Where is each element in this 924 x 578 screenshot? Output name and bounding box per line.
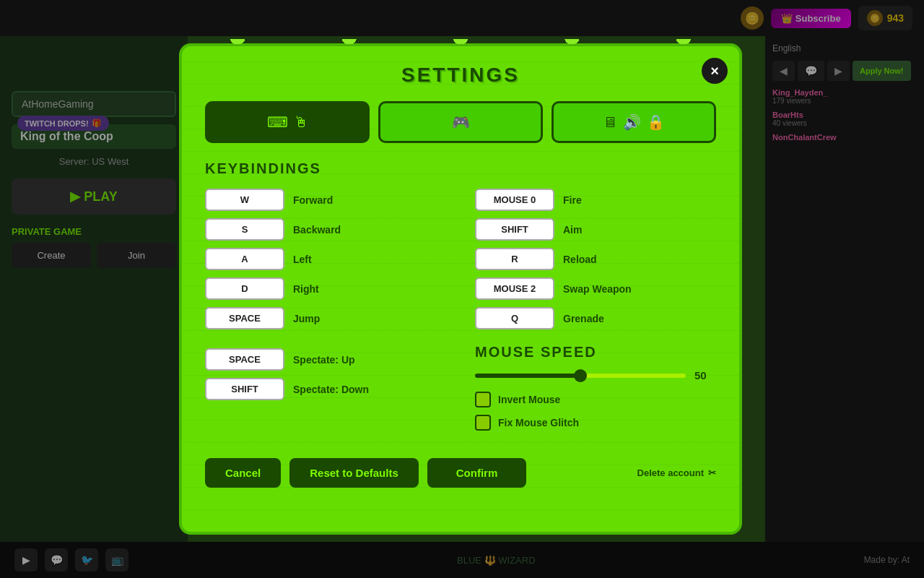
key-w[interactable]: W	[205, 189, 284, 211]
key-d[interactable]: D	[205, 277, 284, 300]
close-button[interactable]: ×	[702, 58, 728, 84]
action-fire: Fire	[563, 194, 582, 206]
binding-mouse0: MOUSE 0 Fire	[475, 189, 716, 211]
cancel-button[interactable]: Cancel	[205, 458, 281, 488]
mouse-speed-title: MOUSE SPEED	[475, 344, 716, 361]
action-jump: Jump	[293, 313, 320, 324]
right-bindings-col: MOUSE 0 Fire SHIFT Aim R Reload MOUSE 2 …	[475, 189, 716, 438]
action-spectate-down: Spectate: Down	[293, 384, 369, 395]
modal-footer: Cancel Reset to Defaults Confirm Delete …	[205, 458, 716, 488]
mouse-speed-section: MOUSE SPEED 50 Invert Mouse Fix Mouse Gl…	[475, 344, 716, 431]
gamepad-icon: 🎮	[452, 113, 470, 131]
tab-gamepad[interactable]: 🎮	[378, 101, 543, 143]
mouse-speed-slider[interactable]	[475, 374, 686, 378]
tab-keyboard[interactable]: ⌨ 🖱	[205, 101, 370, 143]
action-grenade: Grenade	[563, 313, 604, 324]
delete-account-link[interactable]: Delete account ✂	[637, 467, 716, 478]
invert-mouse-checkbox[interactable]	[475, 392, 491, 407]
binding-space-jump: SPACE Jump	[205, 307, 446, 329]
binding-mouse2: MOUSE 2 Swap Weapon	[475, 277, 716, 300]
key-a[interactable]: A	[205, 248, 284, 270]
action-swap: Swap Weapon	[563, 283, 632, 295]
sound-icon: 🔊	[623, 113, 641, 131]
mouse-icon: 🖱	[294, 114, 308, 131]
tab-display[interactable]: 🖥 🔊 🔒	[552, 101, 716, 143]
key-q[interactable]: Q	[475, 307, 554, 329]
key-r[interactable]: R	[475, 248, 554, 270]
action-reload: Reload	[563, 254, 597, 265]
binding-shift-aim: SHIFT Aim	[475, 218, 716, 241]
key-mouse0[interactable]: MOUSE 0	[475, 189, 554, 211]
binding-shift-spectate: SHIFT Spectate: Down	[205, 378, 446, 400]
reset-defaults-button[interactable]: Reset to Defaults	[289, 458, 419, 488]
key-s[interactable]: S	[205, 218, 284, 241]
binding-space-spectate: SPACE Spectate: Up	[205, 348, 446, 371]
display-icon: 🖥	[603, 114, 617, 131]
action-spectate-up: Spectate: Up	[293, 354, 355, 366]
action-forward: Forward	[293, 194, 333, 206]
binding-a: A Left	[205, 248, 446, 270]
fix-mouse-checkbox[interactable]	[475, 415, 491, 431]
slider-row: 50	[475, 369, 716, 381]
action-left: Left	[293, 254, 312, 265]
key-space-jump[interactable]: SPACE	[205, 307, 284, 329]
key-space-spectate[interactable]: SPACE	[205, 348, 284, 371]
delete-account-icon: ✂	[708, 467, 716, 478]
mouse-speed-value: 50	[694, 369, 716, 381]
left-bindings-col: W Forward S Backward A Left D Right SPAC…	[205, 189, 446, 438]
tab-row: ⌨ 🖱 🎮 🖥 🔊 🔒	[205, 101, 716, 143]
modal-title: SETTINGS	[205, 64, 716, 87]
key-mouse2[interactable]: MOUSE 2	[475, 277, 554, 300]
binding-q: Q Grenade	[475, 307, 716, 329]
lock-icon: 🔒	[647, 113, 665, 131]
action-aim: Aim	[563, 224, 582, 236]
binding-s: S Backward	[205, 218, 446, 241]
fix-mouse-label: Fix Mouse Glitch	[498, 417, 579, 428]
bindings-layout: W Forward S Backward A Left D Right SPAC…	[205, 189, 716, 438]
fix-mouse-row: Fix Mouse Glitch	[475, 415, 716, 431]
invert-mouse-row: Invert Mouse	[475, 392, 716, 407]
action-right: Right	[293, 283, 319, 295]
settings-modal: × SETTINGS ⌨ 🖱 🎮 🖥 🔊 🔒 KEYBINDINGS W For…	[179, 43, 742, 535]
binding-w: W Forward	[205, 189, 446, 211]
binding-d: D Right	[205, 277, 446, 300]
invert-mouse-label: Invert Mouse	[498, 394, 560, 405]
key-shift-spectate[interactable]: SHIFT	[205, 378, 284, 400]
binding-r: R Reload	[475, 248, 716, 270]
keyboard-icon: ⌨	[267, 113, 288, 131]
keybindings-title: KEYBINDINGS	[205, 160, 716, 177]
key-shift-aim[interactable]: SHIFT	[475, 218, 554, 241]
confirm-button[interactable]: Confirm	[427, 458, 527, 488]
action-backward: Backward	[293, 224, 341, 236]
